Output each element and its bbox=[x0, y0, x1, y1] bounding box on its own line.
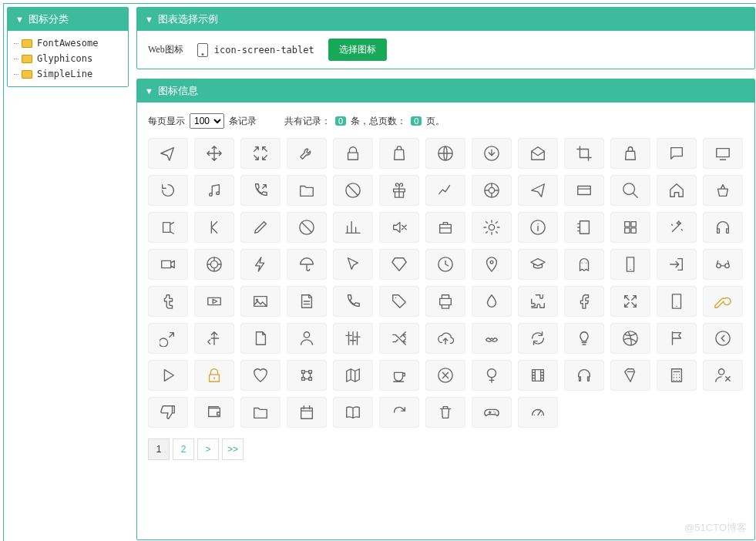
icon-drop[interactable] bbox=[472, 286, 512, 317]
icon-doc[interactable] bbox=[240, 323, 281, 354]
tree-item-fontawesome[interactable]: FontAwesome bbox=[11, 35, 125, 51]
page-next[interactable]: > bbox=[197, 439, 219, 460]
icon-calendar[interactable] bbox=[287, 397, 327, 428]
icon-speech[interactable] bbox=[657, 138, 697, 169]
icon-book-open[interactable] bbox=[333, 397, 373, 428]
icon-folder2[interactable] bbox=[240, 397, 281, 428]
icon-tag[interactable] bbox=[379, 286, 419, 317]
icon-badge[interactable] bbox=[610, 360, 650, 391]
page-1[interactable]: 1 bbox=[148, 439, 170, 460]
icon-diamond[interactable] bbox=[379, 249, 419, 280]
icon-clock[interactable] bbox=[425, 249, 465, 280]
icon-screen[interactable] bbox=[703, 138, 743, 169]
tree-item-glyphicons[interactable]: Glyphicons bbox=[11, 51, 125, 66]
icon-magic-wand[interactable] bbox=[657, 212, 697, 243]
icon-refresh[interactable] bbox=[518, 323, 558, 354]
icon-facebook[interactable] bbox=[564, 286, 604, 317]
icon-camcorder[interactable] bbox=[148, 249, 188, 280]
icon-reload[interactable] bbox=[148, 175, 188, 206]
page-last[interactable]: >> bbox=[222, 439, 244, 460]
icon-key[interactable] bbox=[703, 286, 743, 317]
icon-globe[interactable] bbox=[425, 138, 465, 169]
icon-briefcase[interactable] bbox=[425, 212, 465, 243]
icon-dislike[interactable] bbox=[148, 397, 188, 428]
icon-music[interactable] bbox=[194, 175, 234, 206]
icon-picture[interactable] bbox=[240, 286, 281, 317]
icon-info[interactable] bbox=[518, 212, 558, 243]
icon-gift[interactable] bbox=[379, 175, 419, 206]
icon-ban[interactable] bbox=[333, 175, 373, 206]
icon-speedometer[interactable] bbox=[518, 397, 558, 428]
icon-note[interactable] bbox=[287, 286, 327, 317]
icon-mustache[interactable] bbox=[472, 323, 512, 354]
icon-ghost[interactable] bbox=[564, 249, 604, 280]
icon-settings[interactable] bbox=[472, 212, 512, 243]
icon-handbag[interactable] bbox=[610, 138, 650, 169]
icon-home[interactable] bbox=[657, 175, 697, 206]
icon-location-pin[interactable] bbox=[472, 249, 512, 280]
icon-map[interactable] bbox=[333, 360, 373, 391]
icon-smartphone[interactable] bbox=[610, 249, 650, 280]
icon-earphones[interactable] bbox=[564, 360, 604, 391]
icon-folder[interactable] bbox=[287, 175, 327, 206]
icon-youtube[interactable] bbox=[194, 286, 234, 317]
icon-size-fullscreen[interactable] bbox=[610, 286, 650, 317]
icon-tablet[interactable] bbox=[657, 286, 697, 317]
per-page-select[interactable]: 100 bbox=[190, 113, 224, 129]
icon-calculator[interactable] bbox=[657, 360, 697, 391]
icon-compress[interactable] bbox=[240, 138, 281, 169]
icon-bag[interactable] bbox=[379, 138, 419, 169]
icon-male[interactable] bbox=[148, 323, 188, 354]
icon-support[interactable] bbox=[472, 175, 512, 206]
icon-target[interactable] bbox=[194, 249, 234, 280]
icon-dribbble[interactable] bbox=[610, 323, 650, 354]
icon-cloud-upload[interactable] bbox=[425, 323, 465, 354]
icon-close-circle[interactable] bbox=[425, 360, 465, 391]
icon-grid[interactable] bbox=[610, 212, 650, 243]
icon-headphones[interactable] bbox=[703, 212, 743, 243]
icon-phone[interactable] bbox=[333, 286, 373, 317]
icon-prev[interactable] bbox=[194, 212, 234, 243]
icon-move[interactable] bbox=[194, 138, 234, 169]
icon-user-unfollow[interactable] bbox=[703, 360, 743, 391]
icon-lock2[interactable] bbox=[194, 360, 234, 391]
icon-graduation[interactable] bbox=[518, 249, 558, 280]
icon-film[interactable] bbox=[518, 360, 558, 391]
tree-item-simpleline[interactable]: SimpleLine bbox=[11, 66, 125, 82]
icon-game-controller[interactable] bbox=[472, 397, 512, 428]
icon-call-in[interactable] bbox=[240, 175, 281, 206]
icon-cursor[interactable] bbox=[333, 249, 373, 280]
icon-ban2[interactable] bbox=[287, 212, 327, 243]
icon-crop[interactable] bbox=[564, 138, 604, 169]
icon-play[interactable] bbox=[148, 360, 188, 391]
icon-plane[interactable] bbox=[148, 138, 188, 169]
icon-equalizer[interactable] bbox=[333, 323, 373, 354]
icon-notebook[interactable] bbox=[564, 212, 604, 243]
icon-envelope-open[interactable] bbox=[518, 138, 558, 169]
icon-heart[interactable] bbox=[240, 360, 281, 391]
icon-login[interactable] bbox=[657, 249, 697, 280]
icon-cup[interactable] bbox=[379, 360, 419, 391]
icon-wallet[interactable] bbox=[194, 397, 234, 428]
icon-pencil[interactable] bbox=[240, 212, 281, 243]
icon-graph[interactable] bbox=[425, 175, 465, 206]
icon-energy[interactable] bbox=[240, 249, 281, 280]
select-icon-button[interactable]: 选择图标 bbox=[328, 39, 387, 61]
icon-user[interactable] bbox=[287, 323, 327, 354]
icon-paper-plane[interactable] bbox=[518, 175, 558, 206]
icon-share-alt[interactable] bbox=[148, 212, 188, 243]
icon-shuffle[interactable] bbox=[379, 323, 419, 354]
icon-volume-off[interactable] bbox=[379, 212, 419, 243]
icon-umbrella[interactable] bbox=[287, 249, 327, 280]
icon-basket[interactable] bbox=[703, 175, 743, 206]
icon-action-redo[interactable] bbox=[379, 397, 419, 428]
icon-directions[interactable] bbox=[194, 323, 234, 354]
icon-bulb[interactable] bbox=[564, 323, 604, 354]
icon-trash[interactable] bbox=[425, 397, 465, 428]
icon-download-circle[interactable] bbox=[472, 138, 512, 169]
page-2[interactable]: 2 bbox=[173, 439, 194, 460]
icon-printer[interactable] bbox=[425, 286, 465, 317]
icon-vector[interactable] bbox=[287, 360, 327, 391]
icon-arrow-left-circle[interactable] bbox=[703, 323, 743, 354]
icon-flag[interactable] bbox=[657, 323, 697, 354]
